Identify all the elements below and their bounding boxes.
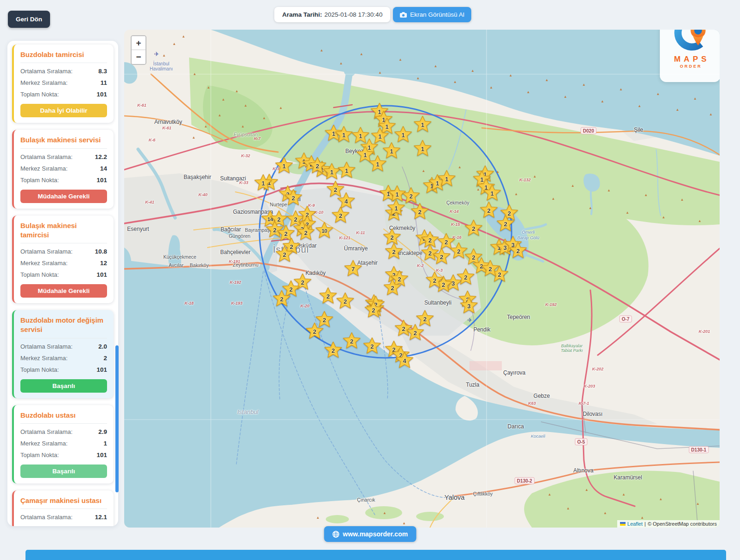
rank-marker[interactable]: 2 (384, 279, 401, 296)
rank-marker[interactable]: 2 (481, 260, 499, 277)
stat-row: Toplam Nokta:101 (20, 452, 107, 458)
zoom-in-button[interactable]: + (132, 36, 145, 50)
osm-attribution: © OpenStreetMap contributors (648, 521, 717, 527)
stat-label: Ortalama Sıralama: (20, 68, 73, 75)
rank-marker[interactable]: 2 (411, 203, 429, 220)
rank-marker[interactable]: 2 (336, 292, 354, 309)
rank-marker[interactable]: 2 (465, 219, 482, 236)
rank-marker[interactable]: 2 (324, 341, 342, 358)
logo-subtitle: ORDER (661, 64, 720, 69)
stat-value: 2 (103, 355, 107, 362)
mapsorder-logo-icon (672, 30, 708, 52)
rank-marker[interactable]: 2 (276, 245, 293, 262)
stat-label: Merkez Sıralama: (20, 79, 68, 86)
rank-marker[interactable]: 2 (509, 242, 527, 259)
rank-marker[interactable]: 2 (273, 290, 291, 307)
stat-value: 12.2 (95, 153, 107, 160)
rank-marker[interactable]: 2 (306, 322, 323, 339)
map-terrain (124, 30, 720, 528)
website-button-label: www.mapsorder.com (343, 530, 408, 538)
sidebar-scrollbar[interactable] (115, 345, 119, 492)
stat-label: Ortalama Sıralama: (20, 514, 73, 521)
rank-marker[interactable]: 7 (344, 260, 362, 277)
rank-marker[interactable]: 2 (433, 248, 450, 265)
rank-marker[interactable]: 2 (497, 215, 514, 232)
keyword-card-1[interactable]: Buzdolabı tamircisiOrtalama Sıralama:8.3… (12, 45, 114, 123)
rank-marker[interactable]: 1 (369, 155, 386, 172)
rank-marker[interactable]: 2 (365, 301, 382, 318)
rank-marker[interactable]: 2 (426, 271, 443, 288)
stat-row: Ortalama Sıralama:2.9 (20, 428, 107, 435)
attribution-separator: | (645, 521, 646, 527)
keyword-card-title: Bulaşık makinesi tamircisi (20, 221, 107, 244)
rank-marker[interactable]: 2 (363, 337, 381, 354)
rank-marker[interactable]: 1 (387, 199, 405, 216)
rank-marker[interactable]: 1 (414, 115, 431, 133)
stat-row: Merkez Sıralama:1 (20, 440, 107, 447)
stat-label: Merkez Sıralama: (20, 355, 68, 362)
rank-marker[interactable]: 1 (254, 174, 272, 191)
keyword-card-2[interactable]: Bulaşık makinesi servisiOrtalama Sıralam… (12, 130, 114, 208)
rank-marker[interactable]: 10 (316, 222, 333, 239)
keyword-card-title: Buzdolabı ustası (20, 411, 107, 424)
rank-marker[interactable]: 1 (338, 161, 355, 178)
leaflet-link[interactable]: Leaflet (627, 521, 643, 527)
stat-row: Ortalama Sıralama:12.2 (20, 153, 107, 160)
stat-row: Toplam Nokta:101 (20, 366, 107, 373)
keyword-card-5[interactable]: Buzdolabı ustasıOrtalama Sıralama:2.9Mer… (12, 405, 114, 484)
mapsorder-logo-card: MAPS ORDER (660, 30, 720, 82)
keyword-card-title: Buzdolabı tamircisi (20, 50, 107, 63)
stat-value: 20 (100, 525, 107, 526)
zoom-control: + − (131, 35, 146, 65)
rank-marker[interactable]: 2 (480, 201, 498, 218)
map-attribution: Leaflet | © OpenStreetMap contributors (617, 520, 720, 528)
rank-marker[interactable]: 2 (285, 189, 302, 206)
rank-marker[interactable]: 2 (309, 157, 326, 174)
stat-label: Ortalama Sıralama: (20, 343, 73, 350)
stat-label: Merkez Sıralama: (20, 260, 68, 267)
rank-marker[interactable]: 3 (460, 297, 478, 314)
rank-marker[interactable]: 2 (319, 287, 337, 304)
rank-marker[interactable]: 1 (275, 157, 293, 174)
back-button[interactable]: Geri Dön (8, 11, 50, 28)
keyword-card-4[interactable]: Buzdolabı motor değişim servisiOrtalama … (12, 310, 114, 398)
rank-marker[interactable]: 1 (438, 170, 455, 187)
rank-marker[interactable]: 2 (343, 332, 361, 349)
stat-value: 101 (96, 452, 107, 458)
keyword-card-3[interactable]: Bulaşık makinesi tamircisiOrtalama Sıral… (12, 216, 114, 304)
keyword-card-6[interactable]: Çamaşır makinesi ustasıOrtalama Sıralama… (12, 490, 114, 526)
stat-value: 10.8 (95, 248, 107, 255)
rank-marker[interactable]: 2 (457, 268, 474, 285)
rank-marker[interactable]: 2 (332, 206, 349, 223)
stat-row: Ortalama Sıralama:12.1 (20, 514, 107, 521)
screenshot-button[interactable]: Ekran Görüntüsü Al (393, 7, 471, 22)
rank-marker[interactable]: 1 (335, 126, 353, 143)
stat-label: Toplam Nokta: (20, 177, 59, 184)
screenshot-button-label: Ekran Görüntüsü Al (410, 7, 464, 22)
rank-marker[interactable]: 1 (483, 184, 501, 201)
stat-label: Ortalama Sıralama: (20, 248, 73, 255)
leaflet-map[interactable]: ▲▲▲▲▲▲▲▲▲▲▲▲▲▲▲▲▲▲▲▲▲▲▲▲▲▲▲▲▲▲▲▲▲▲▲▲▲▲▲▲… (124, 30, 720, 528)
stat-row: Merkez Sıralama:12 (20, 260, 107, 267)
stat-row: Ortalama Sıralama:2.0 (20, 343, 107, 350)
rank-marker[interactable]: 1 (394, 126, 412, 143)
rank-marker[interactable]: 2 (416, 310, 434, 327)
stat-row: Toplam Nokta:101 (20, 177, 107, 184)
stat-label: Merkez Sıralama: (20, 165, 68, 172)
rank-marker[interactable]: 1 (414, 140, 431, 157)
website-button[interactable]: www.mapsorder.com (324, 526, 416, 542)
stat-value: 101 (96, 91, 107, 98)
zoom-out-button[interactable]: − (132, 50, 145, 64)
keyword-card-title: Bulaşık makinesi servisi (20, 135, 107, 148)
status-badge: Müdahale Gerekli (20, 284, 107, 298)
status-badge: Başarılı (20, 379, 107, 393)
rank-marker[interactable]: 4 (396, 351, 413, 369)
status-badge: Başarılı (20, 465, 107, 478)
logo-title: MAPS (663, 55, 720, 64)
stat-label: Toplam Nokta: (20, 366, 59, 373)
ukraine-flag-icon (620, 522, 626, 526)
rank-marker[interactable]: 2 (385, 242, 403, 260)
rank-marker[interactable]: 2 (450, 242, 468, 259)
search-date-label: Arama Tarihi: (282, 11, 322, 18)
status-badge: Müdahale Gerekli (20, 190, 107, 203)
